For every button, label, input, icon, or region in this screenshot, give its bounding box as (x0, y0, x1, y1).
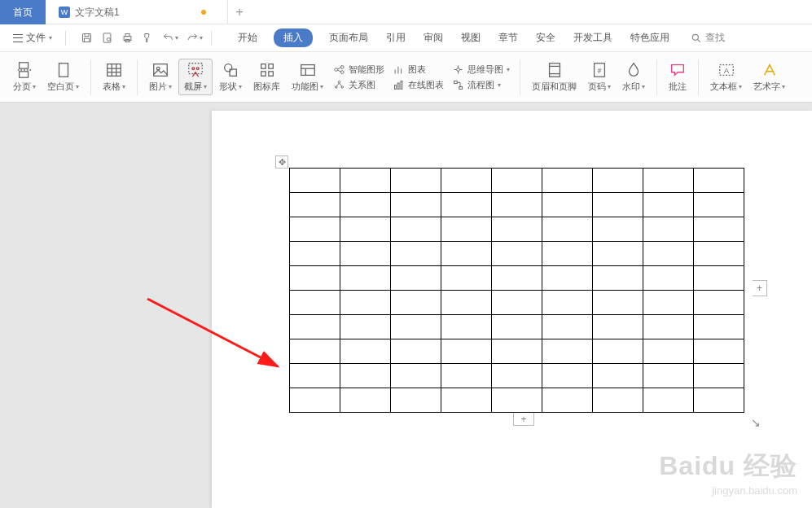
blankpage-button[interactable]: 空白页▾ (42, 59, 84, 94)
table-cell[interactable] (492, 217, 542, 242)
table-cell[interactable] (391, 169, 441, 193)
tab-home[interactable]: 首页 (0, 0, 46, 24)
table-cell[interactable] (492, 364, 542, 388)
table-move-handle[interactable]: ✥ (275, 155, 288, 169)
table-cell[interactable] (694, 364, 744, 388)
table-cell[interactable] (593, 339, 643, 364)
undo-button[interactable]: ▾ (162, 32, 178, 44)
menu-start[interactable]: 开始 (236, 28, 259, 48)
menu-chapter[interactable]: 章节 (497, 28, 520, 48)
table-cell[interactable] (542, 315, 593, 339)
shape-button[interactable]: 形状▾ (214, 59, 247, 94)
comment-button[interactable]: 批注 (664, 59, 691, 94)
table-cell[interactable] (643, 339, 694, 364)
table-cell[interactable] (542, 169, 593, 193)
table-cell[interactable] (643, 291, 694, 315)
table-cell[interactable] (643, 242, 694, 266)
table-cell[interactable] (694, 388, 744, 413)
table-cell[interactable] (542, 266, 593, 291)
table-cell[interactable] (340, 291, 391, 315)
table-cell[interactable] (643, 193, 694, 217)
table-cell[interactable] (694, 266, 744, 291)
table-button[interactable]: 表格▾ (98, 59, 130, 94)
pagenum-button[interactable]: # 页码▾ (583, 59, 616, 94)
table-cell[interactable] (391, 193, 441, 217)
table-cell[interactable] (593, 217, 643, 242)
table-cell[interactable] (441, 242, 492, 266)
table-cell[interactable] (441, 364, 492, 388)
table-cell[interactable] (492, 315, 542, 339)
menu-safety[interactable]: 安全 (534, 28, 557, 48)
table-cell[interactable] (643, 388, 694, 413)
table-cell[interactable] (694, 242, 744, 266)
search-button[interactable]: 查找 (691, 31, 725, 45)
table-cell[interactable] (441, 315, 492, 339)
table-cell[interactable] (593, 291, 643, 315)
menu-view[interactable]: 视图 (459, 28, 482, 48)
funcimg-button[interactable]: 功能图▾ (287, 59, 328, 94)
table-cell[interactable] (441, 291, 492, 315)
table-cell[interactable] (694, 217, 744, 242)
picture-button[interactable]: 图片▾ (144, 59, 177, 94)
table-cell[interactable] (694, 315, 744, 339)
table-cell[interactable] (542, 193, 593, 217)
table-cell[interactable] (542, 388, 593, 413)
table-cell[interactable] (643, 169, 694, 193)
tab-add-button[interactable]: + (227, 0, 252, 24)
table-cell[interactable] (290, 193, 340, 217)
table-cell[interactable] (441, 217, 492, 242)
smartart-button[interactable]: 智能图形 (330, 63, 388, 77)
table-cell[interactable] (593, 315, 643, 339)
mindmap-button[interactable]: 思维导图▾ (449, 63, 513, 77)
table-cell[interactable] (391, 388, 441, 413)
table-cell[interactable] (441, 339, 492, 364)
table-cell[interactable] (340, 193, 391, 217)
textbox-button[interactable]: A 文本框▾ (705, 59, 747, 94)
table-cell[interactable] (340, 388, 391, 413)
table-cell[interactable] (542, 291, 593, 315)
table-cell[interactable] (391, 242, 441, 266)
table-cell[interactable] (340, 339, 391, 364)
menu-reference[interactable]: 引用 (384, 28, 407, 48)
table-cell[interactable] (290, 315, 340, 339)
table-cell[interactable] (694, 193, 744, 217)
tab-document[interactable]: W 文字文稿1 (46, 0, 219, 24)
table-cell[interactable] (542, 364, 593, 388)
table-cell[interactable] (290, 291, 340, 315)
print-button[interactable] (121, 32, 134, 44)
table-cell[interactable] (492, 169, 542, 193)
relation-button[interactable]: 关系图 (330, 78, 388, 92)
table-cell[interactable] (542, 339, 593, 364)
table-cell[interactable] (290, 364, 340, 388)
table-cell[interactable] (290, 388, 340, 413)
table-cell[interactable] (542, 217, 593, 242)
table-cell[interactable] (643, 266, 694, 291)
table-cell[interactable] (643, 364, 694, 388)
print-preview-button[interactable] (101, 32, 113, 44)
table-cell[interactable] (441, 266, 492, 291)
table-cell[interactable] (340, 242, 391, 266)
table-cell[interactable] (593, 169, 643, 193)
table-cell[interactable] (391, 315, 441, 339)
table-cell[interactable] (290, 266, 340, 291)
table-cell[interactable] (492, 339, 542, 364)
table-cell[interactable] (441, 388, 492, 413)
table-cell[interactable] (290, 169, 340, 193)
chart-button[interactable]: 图表 (389, 63, 447, 77)
table-cell[interactable] (391, 291, 441, 315)
table-cell[interactable] (694, 339, 744, 364)
table-cell[interactable] (391, 364, 441, 388)
table-cell[interactable] (492, 193, 542, 217)
table-cell[interactable] (694, 291, 744, 315)
iconlib-button[interactable]: 图标库 (248, 59, 285, 94)
watermark-button[interactable]: 水印▾ (617, 59, 650, 94)
menu-insert[interactable]: 插入 (274, 28, 313, 47)
table-cell[interactable] (643, 217, 694, 242)
flowchart-button[interactable]: 流程图▾ (449, 78, 513, 92)
table-cell[interactable] (542, 242, 593, 266)
file-menu-button[interactable]: 文件 ▾ (8, 28, 57, 48)
table-cell[interactable] (290, 339, 340, 364)
menu-devtools[interactable]: 开发工具 (572, 28, 614, 48)
table-cell[interactable] (492, 291, 542, 315)
table-cell[interactable] (391, 339, 441, 364)
